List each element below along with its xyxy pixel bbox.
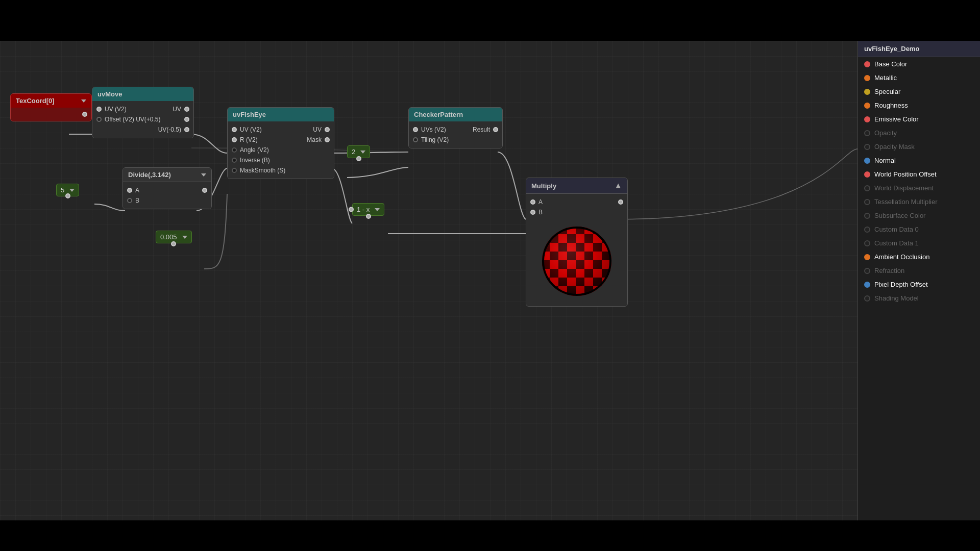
panel-port-base-color xyxy=(864,61,870,67)
uvmove-title: uvMove xyxy=(97,90,122,98)
divide-dropdown[interactable] xyxy=(201,173,206,177)
panel-label-opacity-mask: Opacity Mask xyxy=(874,143,915,151)
uvfisheye-uv-in[interactable] xyxy=(232,127,237,132)
divide-b-label: B xyxy=(135,197,207,204)
uvfisheye-uv-out[interactable] xyxy=(325,127,330,132)
uvfisheye-inverse-in[interactable] xyxy=(232,158,237,163)
const5-value: 5 xyxy=(61,186,64,194)
right-panel: uvFishEye_Demo Base Color Metallic Specu… xyxy=(857,41,980,520)
const5-node[interactable]: 5 xyxy=(56,184,79,196)
uvfisheye-angle-in[interactable] xyxy=(232,147,237,153)
uvfisheye-mask-out[interactable] xyxy=(325,137,330,142)
uvfisheye-row-inverse: Inverse (B) xyxy=(228,155,334,165)
texcoord-header: TexCoord[0] xyxy=(11,94,91,108)
panel-item-world-pos[interactable]: World Position Offset xyxy=(858,167,980,181)
uvmove-offset-out[interactable] xyxy=(184,117,189,122)
panel-item-refraction[interactable]: Refraction xyxy=(858,264,980,278)
uvfisheye-node[interactable]: uvFishEye UV (V2) UV R (V2) Mask Angle (… xyxy=(227,107,334,179)
panel-item-subsurface[interactable]: Subsurface Color xyxy=(858,209,980,222)
panel-port-ambient xyxy=(864,254,870,260)
multiply-b-in[interactable] xyxy=(530,210,535,215)
panel-item-roughness[interactable]: Roughness xyxy=(858,98,980,112)
checkerpattern-uvs-in[interactable] xyxy=(413,127,418,132)
panel-label-opacity: Opacity xyxy=(874,129,897,137)
panel-item-normal[interactable]: Normal xyxy=(858,154,980,167)
panel-label-custom0: Custom Data 0 xyxy=(874,226,919,233)
const5-dropdown[interactable] xyxy=(69,189,75,192)
checkerpattern-header: CheckerPattern xyxy=(409,108,502,121)
multiply-collapse[interactable]: ▲ xyxy=(614,181,622,190)
uvfisheye-masksmooth-in[interactable] xyxy=(232,168,237,173)
panel-label-world-pos: World Position Offset xyxy=(874,170,937,178)
uvmove-header: uvMove xyxy=(92,87,193,101)
panel-label-refraction: Refraction xyxy=(874,267,904,274)
panel-port-metallic xyxy=(864,75,870,81)
multiply-a-in[interactable] xyxy=(530,199,535,205)
const2-dropdown[interactable] xyxy=(360,151,365,154)
panel-port-opacity xyxy=(864,130,870,136)
panel-port-shading xyxy=(864,295,870,302)
panel-item-metallic[interactable]: Metallic xyxy=(858,71,980,85)
panel-item-shading[interactable]: Shading Model xyxy=(858,291,980,305)
texcoord-body xyxy=(11,108,91,121)
texcoord-dropdown[interactable] xyxy=(81,99,86,103)
const1x-out[interactable] xyxy=(366,214,371,219)
multiply-node[interactable]: Multiply ▲ A B xyxy=(526,178,628,307)
uvfisheye-r-label: R (V2) xyxy=(240,136,281,143)
uvfisheye-r-in[interactable] xyxy=(232,137,237,142)
divide-body: A B xyxy=(123,182,211,209)
uvmove-uv-out[interactable] xyxy=(184,107,189,112)
panel-item-opacity-mask[interactable]: Opacity Mask xyxy=(858,140,980,154)
panel-port-custom1 xyxy=(864,240,870,246)
panel-item-emissive[interactable]: Emissive Color xyxy=(858,112,980,126)
panel-item-custom1[interactable]: Custom Data 1 xyxy=(858,236,980,250)
const0005-out[interactable] xyxy=(171,241,176,246)
uvmove-uv-in[interactable] xyxy=(96,107,102,112)
divide-a-in[interactable] xyxy=(127,188,132,193)
const2-node[interactable]: 2 xyxy=(347,145,370,158)
const1x-node[interactable]: 1 - x xyxy=(352,203,384,216)
checkerpattern-result-out[interactable] xyxy=(493,127,498,132)
panel-item-pixel-depth[interactable]: Pixel Depth Offset xyxy=(858,278,980,291)
checkerpattern-row-uvs: UVs (V2) Result xyxy=(409,124,502,135)
divide-row-a: A xyxy=(123,185,211,195)
panel-item-tessellation[interactable]: Tessellation Multiplier xyxy=(858,195,980,209)
panel-port-refraction xyxy=(864,268,870,274)
panel-item-world-disp[interactable]: World Displacement xyxy=(858,181,980,195)
checkerpattern-tiling-in[interactable] xyxy=(413,137,418,142)
panel-item-base-color[interactable]: Base Color xyxy=(858,57,980,71)
multiply-row-b: B xyxy=(526,207,627,217)
panel-item-custom0[interactable]: Custom Data 0 xyxy=(858,222,980,236)
divide-b-in[interactable] xyxy=(127,198,132,203)
const1x-in[interactable] xyxy=(349,207,354,212)
const0005-node[interactable]: 0.005 xyxy=(156,231,192,243)
multiply-title: Multiply xyxy=(531,182,556,190)
checkerpattern-result-label: Result xyxy=(456,126,491,133)
uvmove-uvm05-out[interactable] xyxy=(184,127,189,132)
multiply-row-a: A xyxy=(526,197,627,207)
panel-port-tessellation xyxy=(864,199,870,205)
panel-item-ambient[interactable]: Ambient Occlusion xyxy=(858,250,980,264)
multiply-a-out[interactable] xyxy=(618,199,623,205)
uvmove-row-uv: UV (V2) UV xyxy=(92,104,193,114)
texcoord-node[interactable]: TexCoord[0] xyxy=(10,93,92,121)
svg-rect-3 xyxy=(541,226,550,234)
const1x-dropdown[interactable] xyxy=(375,208,380,211)
panel-item-specular[interactable]: Specular xyxy=(858,85,980,98)
panel-item-opacity[interactable]: Opacity xyxy=(858,126,980,140)
const2-out[interactable] xyxy=(356,156,361,161)
const5-out[interactable] xyxy=(65,193,70,198)
const0005-dropdown[interactable] xyxy=(182,236,187,239)
texcoord-out-port[interactable] xyxy=(82,112,87,117)
canvas-area[interactable]: TexCoord[0] uvMove UV (V2) UV Offset (V2… xyxy=(0,41,980,520)
checkerpattern-node[interactable]: CheckerPattern UVs (V2) Result Tiling (V… xyxy=(408,107,503,148)
uvmove-offset-in[interactable] xyxy=(96,117,102,122)
divide-row-b: B xyxy=(123,195,211,206)
divide-node[interactable]: Divide(,3.142) A B xyxy=(122,167,212,209)
panel-label-world-disp: World Displacement xyxy=(874,184,934,192)
multiply-header: Multiply ▲ xyxy=(526,178,627,194)
checkerpattern-body: UVs (V2) Result Tiling (V2) xyxy=(409,121,502,148)
divide-a-out[interactable] xyxy=(202,188,207,193)
checkerpattern-row-tiling: Tiling (V2) xyxy=(409,135,502,145)
uvmove-node[interactable]: uvMove UV (V2) UV Offset (V2) UV(+0.5) U… xyxy=(92,87,194,138)
